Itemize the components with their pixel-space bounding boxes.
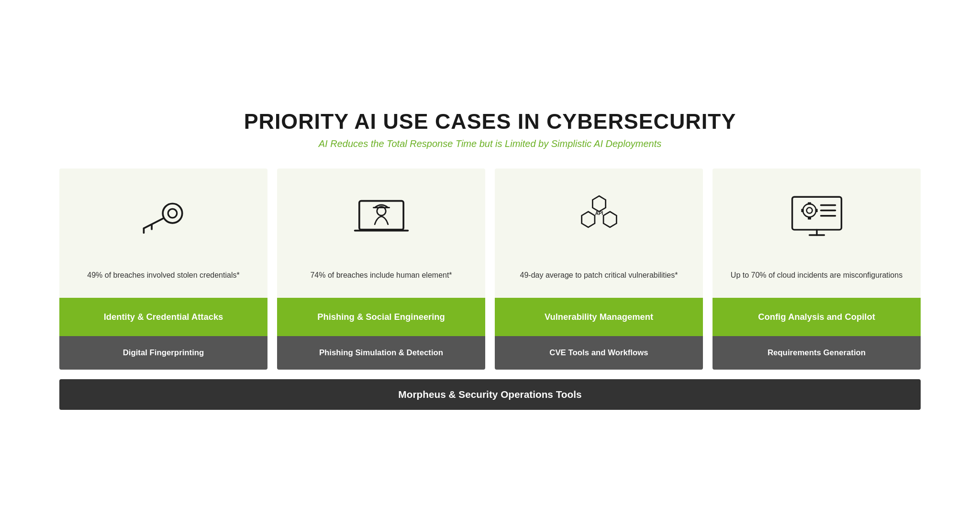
svg-rect-21 <box>801 209 803 212</box>
card-gray-phishing: Phishing Simulation & Detection <box>277 336 485 370</box>
card-icon-area-vulnerability: API <box>495 169 703 255</box>
card-vulnerability: API 49-day average to patch critical vul… <box>495 169 703 370</box>
card-green-identity: Identity & Credential Attacks <box>59 298 267 336</box>
card-identity: 49% of breaches involved stolen credenti… <box>59 169 267 370</box>
card-icon-area-config <box>713 169 921 255</box>
api-icon: API <box>570 192 628 240</box>
page-wrapper: PRIORITY AI USE CASES IN CYBERSECURITY A… <box>59 109 921 410</box>
card-phishing: 74% of breaches include human element* P… <box>277 169 485 370</box>
svg-rect-20 <box>808 217 811 219</box>
card-stat-identity: 49% of breaches involved stolen credenti… <box>59 255 267 298</box>
card-stat-phishing: 74% of breaches include human element* <box>277 255 485 298</box>
card-stat-config: Up to 70% of cloud incidents are misconf… <box>713 255 921 298</box>
header: PRIORITY AI USE CASES IN CYBERSECURITY A… <box>59 109 921 149</box>
svg-rect-19 <box>808 202 811 204</box>
card-icon-area-identity <box>59 169 267 255</box>
svg-rect-22 <box>815 209 817 212</box>
svg-text:API: API <box>595 211 603 216</box>
svg-marker-11 <box>581 212 594 227</box>
card-green-config: Config Analysis and Copilot <box>713 298 921 336</box>
bottom-bar: Morpheus & Security Operations Tools <box>59 379 921 410</box>
card-green-phishing: Phishing & Social Engineering <box>277 298 485 336</box>
card-gray-config: Requirements Generation <box>713 336 921 370</box>
card-gray-identity: Digital Fingerprinting <box>59 336 267 370</box>
svg-marker-12 <box>603 212 616 227</box>
svg-marker-10 <box>592 196 605 212</box>
svg-rect-14 <box>792 197 841 230</box>
monitor-icon <box>788 192 846 240</box>
svg-point-17 <box>802 204 815 217</box>
svg-line-2 <box>144 219 163 228</box>
card-green-vulnerability: Vulnerability Management <box>495 298 703 336</box>
card-gray-vulnerability: CVE Tools and Workflows <box>495 336 703 370</box>
svg-point-1 <box>168 209 177 217</box>
svg-point-0 <box>163 203 182 223</box>
key-icon <box>135 192 192 240</box>
cards-container: 49% of breaches involved stolen credenti… <box>59 169 921 370</box>
main-title: PRIORITY AI USE CASES IN CYBERSECURITY <box>59 109 921 134</box>
hacker-icon <box>353 192 410 240</box>
card-config: Up to 70% of cloud incidents are misconf… <box>713 169 921 370</box>
svg-point-18 <box>806 208 812 214</box>
card-stat-vulnerability: 49-day average to patch critical vulnera… <box>495 255 703 298</box>
card-icon-area-phishing <box>277 169 485 255</box>
subtitle: AI Reduces the Total Response Time but i… <box>59 138 921 149</box>
